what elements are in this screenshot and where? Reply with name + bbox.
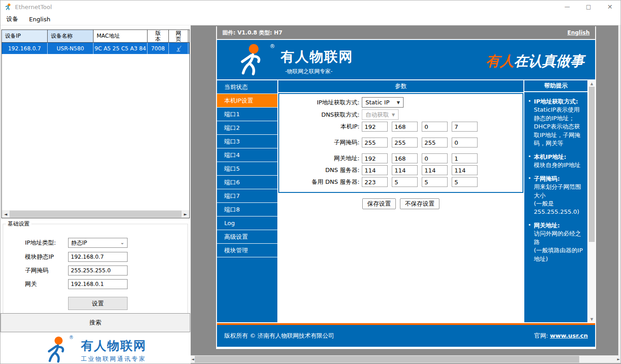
copyright-text: 版权所有 © 济南有人物联网技术有限公司 [224,332,334,340]
open-webpage-link[interactable]: √ [177,45,180,52]
ip-type-select[interactable]: 静态IP ⌄ [68,238,128,248]
local-ip-octet-1[interactable] [362,122,388,132]
nav-item-port5[interactable]: 端口5 [217,162,277,176]
usr-header-logo-icon [237,43,266,78]
dns2-octet-2[interactable] [392,177,418,187]
title-bar[interactable]: EthernetTool — □ ✕ [0,0,621,13]
bullet-icon: • [528,175,534,216]
nav-item-port6[interactable]: 端口6 [217,176,277,189]
local-ip-octet-2[interactable] [392,122,418,132]
hscroll-thumb[interactable] [10,211,182,217]
mask-octet-1[interactable] [362,138,388,148]
gateway-octet-4[interactable] [452,153,478,163]
dns-octet-2[interactable] [392,165,418,175]
scroll-down-icon[interactable]: ▼ [588,316,595,322]
dns-octet-1[interactable] [362,165,388,175]
bullet-icon: • [528,221,534,263]
dns2-octet-1[interactable] [362,177,388,187]
mask-octet-3[interactable] [422,138,448,148]
maximize-button[interactable]: □ [578,0,599,13]
ip-type-value: 静态IP [71,239,87,247]
nav-item-port4[interactable]: 端口4 [217,148,277,162]
static-ip-input[interactable] [68,252,128,262]
gateway-input[interactable] [68,279,128,289]
device-row[interactable]: 192.168.0.7 USR-N580 9C A5 25 C5 A3 84 7… [2,43,189,54]
help-desc: 访问外网的必经之路 (一般填路由器的IP 地址) [534,230,583,262]
nav-item-port2[interactable]: 端口2 [217,121,277,135]
column-header-version[interactable]: 版本 [148,30,169,42]
dont-save-settings-button[interactable]: 不保存设置 [400,198,439,209]
browser-vscrollbar-track[interactable] [618,25,621,355]
device-version-cell: 7008 [148,43,169,54]
local-ip-octet-3[interactable] [422,122,448,132]
params-title: 参数 [278,80,523,92]
device-table: 设备IP 设备名称 MAC地址 版本 网页 192.168.0.7 USR-N5… [1,30,190,218]
browser-hscroll-thumb[interactable] [195,356,579,363]
scroll-up-icon[interactable]: ▲ [588,80,595,87]
slogan-orange: 有人 [486,53,514,69]
close-button[interactable]: ✕ [599,0,621,13]
web-header: ® 有人物联网 -物联网之联网专家- 有人在认真做事 [217,40,595,79]
page-vscrollbar[interactable]: ▲ ▼ [588,80,595,322]
web-brand-subtitle: -物联网之联网专家- [285,68,333,75]
help-desc: 模块自身的IP地址 [534,162,581,168]
nav-item-log[interactable]: Log [217,216,277,230]
nav-item-port1[interactable]: 端口1 [217,108,277,121]
mask-input[interactable] [68,266,128,275]
mask-label: 子网掩码: [279,138,362,147]
search-button[interactable]: 搜索 [0,313,190,332]
mask-octet-2[interactable] [392,138,418,148]
nav-item-local-ip[interactable]: 本机IP设置 [217,94,277,108]
scroll-left-icon[interactable]: ◄ [2,210,10,218]
window-title: EthernetTool [15,4,52,10]
scroll-right-icon[interactable]: ► [182,210,189,218]
nav-item-port7[interactable]: 端口7 [217,189,277,203]
help-desc: StaticIP表示使用静态的IP地址；DHCP表示动态获取IP地址，子网掩码，… [534,106,581,147]
slogan-white: 在认真做事 [514,53,584,69]
nav-item-port8[interactable]: 端口8 [217,203,277,216]
nav-item-port3[interactable]: 端口3 [217,135,277,148]
gateway-octet-2[interactable] [392,153,418,163]
gateway-octet-1[interactable] [362,153,388,163]
gateway-octet-3[interactable] [422,153,448,163]
dns-method-label: DNS获取方式: [279,111,362,119]
dns2-octet-3[interactable] [422,177,448,187]
help-body: • IP地址获取方式: StaticIP表示使用静态的IP地址；DHCP表示动态… [524,92,587,273]
usr-brand-text: 有人物联网 [81,338,147,354]
usr-website-link[interactable]: www.usr.cn [550,332,588,339]
english-link[interactable]: English [567,30,590,36]
device-table-hscrollbar[interactable]: ◄ ► [2,210,189,218]
bullet-icon: • [528,98,534,148]
help-panel: 帮助提示 • IP地址获取方式: StaticIP表示使用静态的IP地址；DHC… [524,80,587,322]
basic-settings-legend: 基础设置 [6,220,31,228]
dns-method-row: DNS获取方式: 自动获取 ▼ [279,109,522,120]
dns2-octet-4[interactable] [452,177,478,187]
save-settings-button[interactable]: 保存设置 [362,198,396,209]
device-mac-cell: 9C A5 25 C5 A3 84 [94,43,148,54]
nav-item-module-admin[interactable]: 模块管理 [217,244,277,257]
scroll-right-icon[interactable]: ► [616,355,621,363]
column-header-name[interactable]: 设备名称 [48,30,94,42]
menu-item-device[interactable]: 设备 [6,15,18,23]
column-header-web[interactable]: 网页 [169,30,188,42]
gateway-row: 网关地址: [279,153,522,163]
menu-item-english[interactable]: English [29,16,50,23]
ip-method-value: Static IP [365,99,389,106]
minimize-button[interactable]: — [557,0,578,13]
column-header-mac[interactable]: MAC地址 [94,30,148,42]
dns-label: DNS 服务器: [279,166,362,174]
ip-method-select[interactable]: Static IP ▼ [362,97,404,108]
nav-item-advanced[interactable]: 高级设置 [217,230,277,244]
column-header-ip[interactable]: 设备IP [2,30,48,42]
local-ip-row: 本机IP: [279,122,522,132]
site-label: 官网: [534,332,550,339]
set-button[interactable]: 设置 [68,297,128,310]
nav-item-current-status[interactable]: 当前状态 [217,80,277,94]
mask-octet-4[interactable] [452,138,478,148]
browser-hscrollbar[interactable]: ◄ ► [191,355,621,363]
dns-octet-3[interactable] [422,165,448,175]
dns-octet-4[interactable] [452,165,478,175]
scroll-left-icon[interactable]: ◄ [191,355,195,363]
vscroll-thumb[interactable] [589,87,595,242]
local-ip-octet-4[interactable] [452,122,478,132]
